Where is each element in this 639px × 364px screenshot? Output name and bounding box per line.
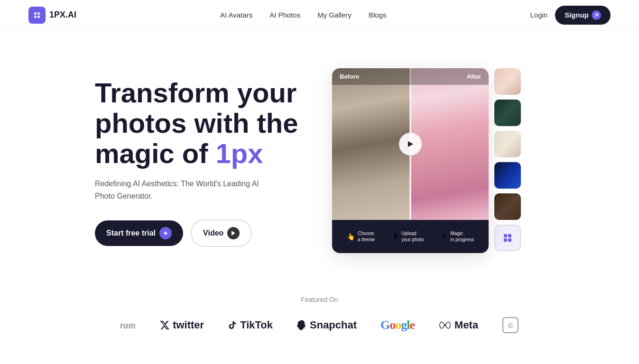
photo-split: Before After (332, 68, 489, 220)
logo-twitter: twitter (159, 319, 204, 331)
logo-text: 1PX.AI (49, 10, 76, 20)
hero-title: Transform your photos with the magic of … (95, 78, 313, 168)
choose-icon: 👆 (347, 233, 355, 240)
after-label: After (467, 73, 481, 80)
nav-blogs[interactable]: Blogs (369, 11, 387, 19)
explore-section: Explore Our AI Gallery (0, 353, 639, 364)
svg-rect-4 (508, 238, 511, 242)
upload-icon: ⬆ (393, 233, 398, 240)
after-photo (410, 68, 489, 220)
featured-logos: ram twitter TikTok Snapchat Google (28, 317, 611, 334)
thumbnail-2[interactable] (494, 100, 521, 126)
nav-ai-avatars[interactable]: AI Avatars (220, 11, 252, 19)
logo-tiktok: TikTok (228, 319, 273, 331)
step-upload: ⬆ Upload your photo (393, 230, 424, 243)
svg-text:©: © (508, 322, 513, 329)
start-trial-button[interactable]: Start free trial (95, 220, 183, 246)
nav-actions: Login Signup (530, 6, 611, 25)
play-icon (227, 227, 240, 239)
thumbnail-list (494, 68, 521, 251)
photo-labels: Before After (332, 68, 489, 85)
before-label: Before (340, 73, 359, 80)
step-choose: 👆 Choose a theme (347, 230, 375, 243)
logo-other: © (502, 317, 519, 334)
logo-icon (28, 7, 46, 24)
nav-my-gallery[interactable]: My Gallery (317, 11, 352, 19)
featured-label: Featured On (28, 296, 611, 303)
logo-snapchat: Snapchat (296, 319, 357, 331)
nav-links: AI Avatars AI Photos My Gallery Blogs (220, 11, 386, 19)
hero-subtitle: Redefining AI Aesthetics: The World's Le… (95, 178, 275, 202)
photo-comparison-card: Before After 👆 Choose (332, 68, 489, 253)
svg-rect-3 (504, 238, 507, 242)
svg-rect-0 (35, 13, 36, 14)
thumbnail-1[interactable] (494, 68, 521, 95)
hero-section: Transform your photos with the magic of … (0, 30, 639, 277)
logo-link[interactable]: 1PX.AI (28, 7, 76, 24)
signup-arrow-icon (592, 10, 601, 20)
login-button[interactable]: Login (530, 11, 547, 19)
photo-steps: 👆 Choose a theme ⬆ Upload your photo ✦ (332, 220, 489, 253)
magic-icon: ✦ (442, 233, 447, 240)
nav-ai-photos[interactable]: AI Photos (269, 11, 300, 19)
thumbnail-grid-button[interactable] (494, 225, 521, 251)
thumbnail-4[interactable] (494, 162, 521, 189)
logo-google: Google (380, 318, 415, 332)
navbar: 1PX.AI AI Avatars AI Photos My Gallery B… (0, 0, 639, 30)
step-magic: ✦ Magic in progress (442, 230, 473, 243)
photo-play-button[interactable] (399, 133, 422, 155)
signup-button[interactable]: Signup (555, 6, 611, 25)
svg-rect-2 (508, 234, 511, 237)
logo-ram: ram (120, 320, 136, 331)
sparkle-icon (159, 227, 172, 239)
hero-right: Before After 👆 Choose (332, 59, 611, 253)
thumbnail-5[interactable] (494, 193, 521, 220)
video-button[interactable]: Video (191, 219, 252, 247)
thumbnail-3[interactable] (494, 131, 521, 157)
svg-rect-1 (504, 234, 507, 237)
hero-left: Transform your photos with the magic of … (95, 59, 313, 247)
hero-buttons: Start free trial Video (95, 219, 313, 247)
logo-meta: Meta (438, 319, 478, 331)
featured-section: Featured On ram twitter TikTok Snapchat … (0, 277, 639, 353)
